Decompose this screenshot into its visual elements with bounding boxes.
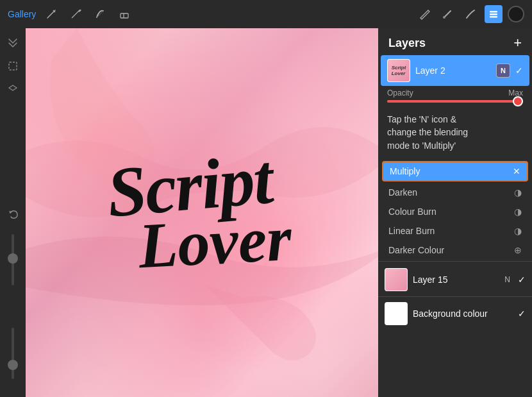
layers-title: Layers [388, 37, 426, 50]
modifications-btn[interactable] [3, 33, 22, 53]
blend-darken-item[interactable]: Darken ◑ [378, 183, 532, 202]
layer-2-name: Layer 2 [415, 65, 491, 76]
smudge-tool-right[interactable] [461, 5, 479, 23]
pencil-tool[interactable] [415, 5, 433, 23]
instruction-text: Tap the 'N' icon &change the blendingmod… [378, 108, 532, 160]
blend-linearburn-item[interactable]: Linear Burn ◑ [378, 221, 532, 241]
canvas[interactable]: Script Lover [26, 28, 378, 397]
blend-darkercolour-item[interactable]: Darker Colour ⊕ [378, 241, 532, 260]
blend-linearburn-label: Linear Burn [388, 226, 514, 236]
svg-rect-6 [490, 13, 497, 15]
toolbar-left: Gallery [8, 5, 409, 23]
layer-2-blend-button[interactable]: N [496, 63, 510, 78]
add-layer-button[interactable]: + [513, 36, 522, 50]
main-area: Script Lover Layers + ScriptLover Layer … [0, 28, 532, 397]
canvas-image: Script Lover [26, 28, 378, 397]
smudge-tool[interactable] [91, 5, 109, 23]
color-picker[interactable] [508, 6, 524, 22]
blend-darkercolour-label: Darker Colour [388, 245, 514, 255]
opacity-slider-left[interactable] [12, 234, 14, 285]
size-slider-left[interactable] [12, 328, 14, 379]
transform-btn[interactable] [3, 80, 22, 99]
blend-multiply-check: ✕ [513, 166, 520, 176]
svg-point-4 [443, 16, 445, 19]
layer-15-name: Layer 15 [413, 275, 499, 285]
blend-colourburn-icon: ◑ [514, 207, 522, 217]
layers-panel: Layers + ScriptLover Layer 2 N ✓ Opacity… [378, 28, 532, 397]
opacity-label: Opacity [387, 89, 413, 97]
selection-btn[interactable] [3, 56, 22, 76]
layer-15-thumbnail [385, 268, 408, 291]
background-name: Background colour [413, 308, 513, 319]
eraser-tool[interactable] [115, 5, 133, 23]
layer-15-blend: N [504, 275, 510, 284]
layer-15-item[interactable]: Layer 15 N ✓ [378, 264, 532, 295]
layer-2-thumbnail: ScriptLover [387, 59, 410, 82]
blend-colourburn-label: Colour Burn [388, 207, 514, 217]
layer-15-checkbox[interactable]: ✓ [518, 275, 526, 285]
background-thumbnail [385, 302, 408, 325]
blend-multiply-label: Multiply [390, 166, 513, 176]
blend-linearburn-icon: ◑ [514, 226, 522, 236]
brush-tool[interactable] [438, 5, 456, 23]
layers-panel-toggle[interactable] [485, 5, 503, 23]
opacity-section: Opacity Max [378, 86, 532, 108]
background-checkbox[interactable]: ✓ [518, 308, 526, 319]
gallery-button[interactable]: Gallery [8, 9, 36, 19]
opacity-slider[interactable] [387, 100, 523, 103]
svg-rect-2 [121, 13, 128, 18]
layer-2-checkbox[interactable]: ✓ [515, 65, 523, 76]
layer-2-item[interactable]: ScriptLover Layer 2 N ✓ [381, 55, 529, 86]
undo-btn[interactable] [3, 205, 22, 224]
blend-darken-label: Darken [388, 187, 514, 198]
blend-colourburn-item[interactable]: Colour Burn ◑ [378, 202, 532, 221]
svg-rect-5 [490, 11, 497, 13]
script-line2: Lover [137, 211, 293, 273]
toolbar: Gallery [0, 0, 532, 28]
script-text: Script Lover [26, 28, 378, 397]
left-panel [0, 28, 26, 397]
svg-rect-7 [490, 16, 497, 18]
blend-darkercolour-icon: ⊕ [514, 245, 522, 255]
divider-1 [378, 261, 532, 262]
stylus-tool[interactable] [42, 5, 60, 23]
pen-tool[interactable] [67, 5, 85, 23]
blend-darken-icon: ◑ [514, 187, 522, 198]
layers-header: Layers + [378, 28, 532, 55]
blend-multiply-item[interactable]: Multiply ✕ [382, 161, 528, 182]
toolbar-right [415, 5, 524, 23]
divider-2 [378, 296, 532, 297]
background-colour-item[interactable]: Background colour ✓ [378, 298, 532, 329]
svg-rect-8 [9, 62, 17, 70]
